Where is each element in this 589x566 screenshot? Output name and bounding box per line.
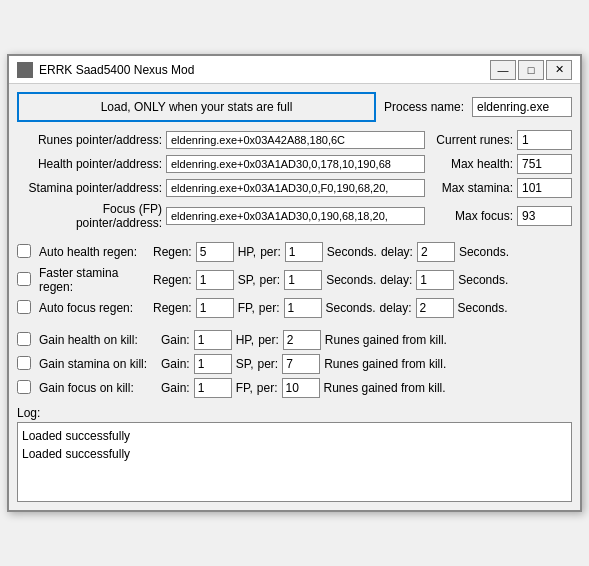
kill-per-1[interactable] bbox=[282, 354, 320, 374]
kill-checkbox-2[interactable] bbox=[17, 380, 31, 394]
kill-label-0: Gain health on kill: bbox=[39, 333, 157, 347]
pointer-input-0[interactable] bbox=[166, 131, 425, 149]
regen-per-1[interactable] bbox=[284, 270, 322, 290]
kill-checkbox-col-2 bbox=[17, 380, 35, 397]
regen-unit-2: FP, bbox=[238, 301, 255, 315]
content-area: Load, ONLY when your stats are full Proc… bbox=[9, 84, 580, 510]
load-row: Load, ONLY when your stats are full Proc… bbox=[17, 92, 572, 122]
regen-label-0: Auto health regen: bbox=[39, 245, 149, 259]
kill-per-2[interactable] bbox=[282, 378, 320, 398]
kill-checkbox-0[interactable] bbox=[17, 332, 31, 346]
stat-label-0: Current runes: bbox=[433, 133, 513, 147]
kill-runes-0: Runes gained from kill. bbox=[325, 333, 447, 347]
kill-runes-2: Runes gained from kill. bbox=[324, 381, 446, 395]
kill-label-1: Gain stamina on kill: bbox=[39, 357, 157, 371]
regen-per-0[interactable] bbox=[285, 242, 323, 262]
regen-checkbox-col-2 bbox=[17, 300, 35, 317]
regen-per-label-1: per: bbox=[260, 273, 281, 287]
pointer-input-3[interactable] bbox=[166, 207, 425, 225]
regen-row-0: Auto health regen: Regen: HP, per: Secon… bbox=[17, 242, 572, 262]
kill-gain-1[interactable] bbox=[194, 354, 232, 374]
log-section: Log: Loaded successfullyLoaded successfu… bbox=[17, 406, 572, 502]
regen-per-label-0: per: bbox=[260, 245, 281, 259]
regen-sec-2: Seconds. bbox=[326, 301, 376, 315]
regen-sec-0: Seconds. bbox=[327, 245, 377, 259]
kill-checkbox-col-0 bbox=[17, 332, 35, 349]
app-icon bbox=[17, 62, 33, 78]
regen-value-2[interactable] bbox=[196, 298, 234, 318]
regen-sec2-0: Seconds. bbox=[459, 245, 509, 259]
kill-row-0: Gain health on kill: Gain: HP, per: Rune… bbox=[17, 330, 572, 350]
stat-input-3[interactable] bbox=[517, 206, 572, 226]
regen-checkbox-0[interactable] bbox=[17, 244, 31, 258]
regen-sec-1: Seconds. bbox=[326, 273, 376, 287]
regen-delay-label-1: delay: bbox=[380, 273, 412, 287]
regen-unit-0: HP, bbox=[238, 245, 256, 259]
regen-checkbox-2[interactable] bbox=[17, 300, 31, 314]
pointer-row-1: Health pointer/address: Max health: bbox=[17, 154, 572, 174]
kill-checkbox-1[interactable] bbox=[17, 356, 31, 370]
kill-gain-label-2: Gain: bbox=[161, 381, 190, 395]
maximize-button[interactable]: □ bbox=[518, 60, 544, 80]
title-bar: ERRK Saad5400 Nexus Mod — □ ✕ bbox=[9, 56, 580, 84]
stat-input-0[interactable] bbox=[517, 130, 572, 150]
main-window: ERRK Saad5400 Nexus Mod — □ ✕ Load, ONLY… bbox=[7, 54, 582, 512]
close-button[interactable]: ✕ bbox=[546, 60, 572, 80]
regen-checkbox-col-0 bbox=[17, 244, 35, 261]
regen-delay-0[interactable] bbox=[417, 242, 455, 262]
regen-checkbox-1[interactable] bbox=[17, 272, 31, 286]
regen-rows: Auto health regen: Regen: HP, per: Secon… bbox=[17, 242, 572, 318]
regen-per-label-2: per: bbox=[259, 301, 280, 315]
kill-gain-0[interactable] bbox=[194, 330, 232, 350]
pointer-label-2: Stamina pointer/address: bbox=[17, 181, 162, 195]
regen-sec2-2: Seconds. bbox=[458, 301, 508, 315]
regen-sublabel-2: Regen: bbox=[153, 301, 192, 315]
window-controls: — □ ✕ bbox=[490, 60, 572, 80]
kill-rows: Gain health on kill: Gain: HP, per: Rune… bbox=[17, 330, 572, 398]
stat-input-1[interactable] bbox=[517, 154, 572, 174]
regen-value-0[interactable] bbox=[196, 242, 234, 262]
window-title: ERRK Saad5400 Nexus Mod bbox=[39, 63, 194, 77]
regen-delay-2[interactable] bbox=[416, 298, 454, 318]
kill-checkbox-col-1 bbox=[17, 356, 35, 373]
pointer-row-3: Focus (FP) pointer/address: Max focus: bbox=[17, 202, 572, 230]
log-label: Log: bbox=[17, 406, 572, 420]
stat-input-2[interactable] bbox=[517, 178, 572, 198]
kill-gain-label-1: Gain: bbox=[161, 357, 190, 371]
regen-sec2-1: Seconds. bbox=[458, 273, 508, 287]
regen-delay-label-2: delay: bbox=[380, 301, 412, 315]
kill-row-2: Gain focus on kill: Gain: FP, per: Runes… bbox=[17, 378, 572, 398]
kill-gain-label-0: Gain: bbox=[161, 333, 190, 347]
pointer-row-2: Stamina pointer/address: Max stamina: bbox=[17, 178, 572, 198]
kill-row-1: Gain stamina on kill: Gain: SP, per: Run… bbox=[17, 354, 572, 374]
kill-per-0[interactable] bbox=[283, 330, 321, 350]
load-button[interactable]: Load, ONLY when your stats are full bbox=[17, 92, 376, 122]
process-name-input[interactable] bbox=[472, 97, 572, 117]
stat-label-1: Max health: bbox=[433, 157, 513, 171]
regen-delay-label-0: delay: bbox=[381, 245, 413, 259]
kill-per-label-0: per: bbox=[258, 333, 279, 347]
regen-value-1[interactable] bbox=[196, 270, 234, 290]
process-name-label: Process name: bbox=[384, 100, 464, 114]
regen-label-1: Faster stamina regen: bbox=[39, 266, 149, 294]
kill-per-label-1: per: bbox=[257, 357, 278, 371]
regen-unit-1: SP, bbox=[238, 273, 256, 287]
stat-label-3: Max focus: bbox=[433, 209, 513, 223]
pointer-label-1: Health pointer/address: bbox=[17, 157, 162, 171]
regen-row-1: Faster stamina regen: Regen: SP, per: Se… bbox=[17, 266, 572, 294]
minimize-button[interactable]: — bbox=[490, 60, 516, 80]
regen-sublabel-0: Regen: bbox=[153, 245, 192, 259]
kill-gain-2[interactable] bbox=[194, 378, 232, 398]
regen-sublabel-1: Regen: bbox=[153, 273, 192, 287]
log-line: Loaded successfully bbox=[22, 427, 567, 445]
pointer-input-1[interactable] bbox=[166, 155, 425, 173]
regen-delay-1[interactable] bbox=[416, 270, 454, 290]
kill-runes-1: Runes gained from kill. bbox=[324, 357, 446, 371]
kill-unit-0: HP, bbox=[236, 333, 254, 347]
regen-row-2: Auto focus regen: Regen: FP, per: Second… bbox=[17, 298, 572, 318]
kill-unit-2: FP, bbox=[236, 381, 253, 395]
pointer-input-2[interactable] bbox=[166, 179, 425, 197]
kill-unit-1: SP, bbox=[236, 357, 254, 371]
regen-per-2[interactable] bbox=[284, 298, 322, 318]
log-line: Loaded successfully bbox=[22, 445, 567, 463]
